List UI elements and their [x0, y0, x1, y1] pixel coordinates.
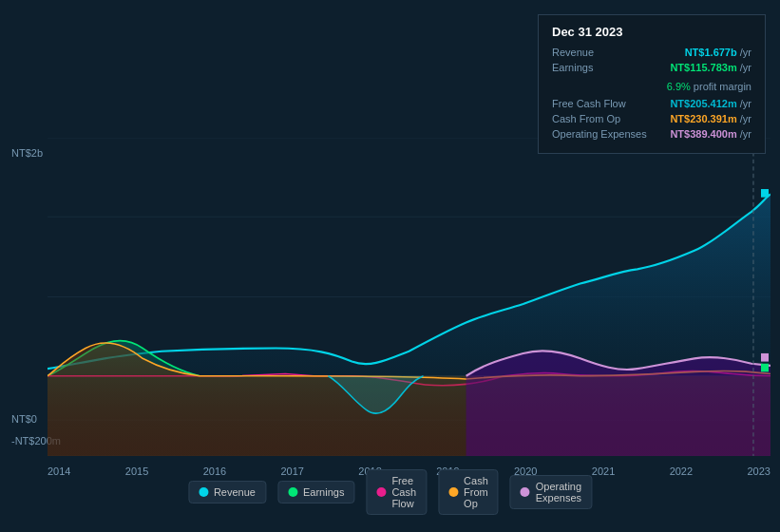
legend-item-fcf[interactable]: Free Cash Flow [366, 469, 427, 515]
tooltip-value-revenue: NT$1.677b /yr [685, 47, 751, 58]
legend-label-cashfromop: Cash From Op [464, 475, 488, 509]
y-axis-zero-label: NT$0 [11, 413, 37, 425]
legend-item-earnings[interactable]: Earnings [277, 481, 354, 504]
x-label-2022: 2022 [670, 466, 693, 477]
earnings-sub: 6.9% profit margin [552, 77, 751, 94]
right-earn-indicator [761, 364, 769, 372]
right-opex-indicator [761, 353, 769, 362]
legend-item-opex[interactable]: Operating Expenses [510, 475, 592, 509]
legend: Revenue Earnings Free Cash Flow Cash Fro… [188, 469, 592, 515]
tooltip-value-earnings: NT$115.783m /yr [670, 62, 751, 73]
tooltip-row-revenue: Revenue NT$1.677b /yr [552, 47, 751, 58]
x-label-2015: 2015 [125, 466, 148, 477]
legend-dot-opex [521, 487, 530, 497]
tooltip-row-opex: Operating Expenses NT$389.400m /yr [552, 128, 751, 140]
legend-label-revenue: Revenue [214, 486, 256, 498]
tooltip-value-fcf: NT$205.412m /yr [670, 98, 751, 109]
x-label-2021: 2021 [592, 466, 615, 477]
tooltip-value-opex: NT$389.400m /yr [670, 128, 751, 140]
chart-container: Dec 31 2023 Revenue NT$1.677b /yr Earnin… [0, 0, 780, 532]
tooltip-date: Dec 31 2023 [552, 25, 751, 39]
tooltip-box: Dec 31 2023 Revenue NT$1.677b /yr Earnin… [538, 14, 766, 154]
legend-label-earnings: Earnings [303, 486, 344, 498]
tooltip-row-fcf: Free Cash Flow NT$205.412m /yr [552, 98, 751, 109]
y-axis-top-label: NT$2b [11, 147, 43, 159]
tooltip-row-earnings: Earnings NT$115.783m /yr [552, 62, 751, 73]
legend-dot-revenue [199, 487, 208, 497]
tooltip-label-opex: Operating Expenses [552, 128, 647, 140]
x-label-2023: 2023 [747, 466, 770, 477]
x-label-2014: 2014 [48, 466, 70, 477]
tooltip-value-cashfromop: NT$230.391m /yr [670, 113, 751, 124]
legend-item-cashfromop[interactable]: Cash From Op [438, 469, 499, 515]
tooltip-label-revenue: Revenue [552, 47, 594, 58]
chart-area [48, 138, 770, 456]
legend-dot-fcf [376, 487, 386, 497]
legend-dot-cashfromop [448, 487, 458, 497]
tooltip-label-cashfromop: Cash From Op [552, 113, 620, 124]
legend-label-opex: Operating Expenses [536, 481, 581, 504]
right-rev-indicator [761, 189, 769, 198]
tooltip-label-fcf: Free Cash Flow [552, 98, 626, 109]
legend-label-fcf: Free Cash Flow [391, 475, 416, 509]
legend-item-revenue[interactable]: Revenue [188, 481, 266, 504]
tooltip-label-earnings: Earnings [552, 62, 593, 73]
tooltip-row-cashfromop: Cash From Op NT$230.391m /yr [552, 113, 751, 124]
legend-dot-earnings [288, 487, 297, 497]
chart-svg [48, 138, 770, 456]
